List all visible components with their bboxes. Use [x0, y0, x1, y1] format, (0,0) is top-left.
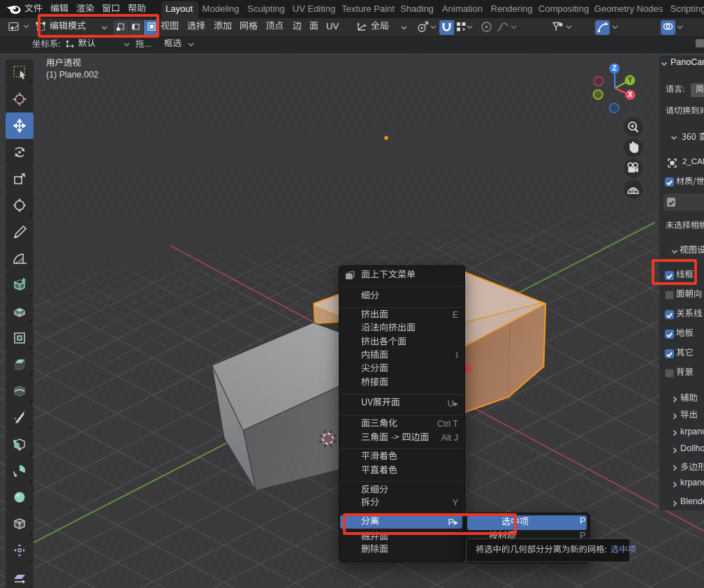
svg-text:X: X [628, 91, 633, 98]
svg-text:Y: Y [628, 76, 633, 84]
svg-text:Z: Z [613, 64, 617, 72]
